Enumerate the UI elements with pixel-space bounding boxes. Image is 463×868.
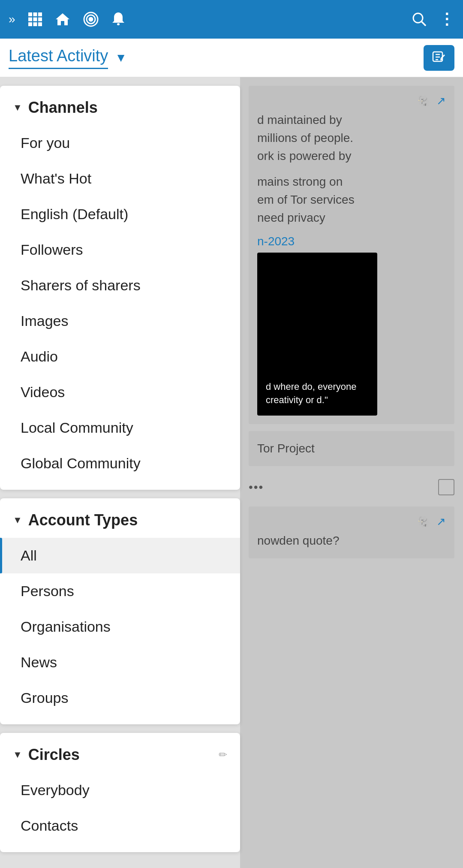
more-dots-icon[interactable]: ••• (249, 480, 264, 494)
channel-item-english[interactable]: English (Default) (0, 196, 240, 232)
channels-menu: For you What's Hot English (Default) Fol… (0, 125, 240, 481)
channel-item-followers[interactable]: Followers (0, 232, 240, 268)
bg-card1-text5: em of Tor services (257, 191, 446, 209)
tab-left: Latest Activity ▼ (9, 47, 127, 69)
search-icon[interactable] (412, 12, 427, 27)
topbar-left: » (9, 12, 125, 27)
bg-card1-text4: mains strong on (257, 173, 446, 191)
more-vert-icon[interactable]: ⋮ (439, 10, 454, 28)
svg-rect-0 (28, 12, 32, 16)
account-type-news[interactable]: News (0, 645, 240, 680)
dropdown-panel: ▼ Channels For you What's Hot English (D… (0, 77, 240, 868)
svg-rect-13 (117, 23, 120, 25)
svg-marker-9 (56, 13, 69, 25)
target-icon[interactable] (83, 12, 99, 27)
svg-rect-5 (38, 18, 42, 21)
tabsbar: Latest Activity ▼ (0, 39, 463, 77)
background-content: 🐘 ↗ d maintained by millions of people. … (240, 77, 463, 868)
account-types-header: ▼ Account Types (0, 511, 240, 538)
svg-rect-4 (33, 18, 37, 21)
account-types-menu: All Persons Organisations News Groups (0, 538, 240, 716)
svg-line-15 (421, 21, 426, 26)
mastodon-icon-2: 🐘 (418, 515, 431, 528)
circles-edit-icon[interactable]: ✏ (219, 749, 227, 761)
topbar: » (0, 0, 463, 39)
svg-point-12 (89, 18, 93, 21)
bg-card-2: Tor Project (249, 431, 454, 466)
bg-card2-tor-text: Tor Project (257, 440, 446, 458)
bell-icon[interactable] (111, 12, 125, 27)
chevron-right-icon[interactable]: » (9, 12, 15, 26)
account-type-groups[interactable]: Groups (0, 680, 240, 716)
home-icon[interactable] (55, 12, 70, 26)
svg-rect-3 (28, 18, 32, 21)
channel-item-for-you[interactable]: For you (0, 125, 240, 161)
bg-card1-text3: ork is powered by (257, 147, 446, 165)
external-link-icon-1[interactable]: ↗ (436, 94, 446, 108)
bg-card-1: 🐘 ↗ d maintained by millions of people. … (249, 86, 454, 424)
main-layout: ▼ Channels For you What's Hot English (D… (0, 77, 463, 868)
channel-item-local-community[interactable]: Local Community (0, 410, 240, 446)
circle-item-everybody[interactable]: Everybody (0, 772, 240, 808)
circles-section: ▼ Circles ✏ Everybody Contacts (0, 733, 240, 852)
bottom-action-row: ••• (249, 475, 454, 500)
channel-item-videos[interactable]: Videos (0, 374, 240, 410)
compose-button[interactable] (424, 45, 454, 71)
account-types-section: ▼ Account Types All Persons Organisation… (0, 498, 240, 724)
grid-icon[interactable] (28, 12, 42, 26)
bg-card1-text6: need privacy (257, 209, 446, 227)
bg-card1-image-text: d where do, everyone creativity or d." (266, 380, 369, 407)
tab-chevron-icon[interactable]: ▼ (115, 51, 127, 65)
circle-item-contacts[interactable]: Contacts (0, 808, 240, 844)
svg-rect-6 (28, 22, 32, 26)
mastodon-icon: 🐘 (418, 94, 431, 108)
bg-card3-text: nowden quote? (257, 532, 446, 550)
bg-card-3: 🐘 ↗ nowden quote? (249, 506, 454, 558)
account-types-title: Account Types (28, 511, 138, 529)
bg-card1-link[interactable]: n-2023 (257, 235, 295, 248)
bg-card1-text2: millions of people. (257, 129, 446, 147)
account-types-arrow-icon: ▼ (13, 515, 22, 526)
circles-header: ▼ Circles ✏ (0, 746, 240, 772)
svg-rect-2 (38, 12, 42, 16)
channels-header: ▼ Channels (0, 99, 240, 125)
channels-arrow-icon: ▼ (13, 102, 22, 113)
circles-arrow-icon: ▼ (13, 749, 22, 760)
checkbox-empty[interactable] (438, 479, 454, 495)
circles-title: Circles (28, 746, 80, 764)
account-type-organisations[interactable]: Organisations (0, 609, 240, 645)
channel-item-global-community[interactable]: Global Community (0, 446, 240, 481)
external-link-icon-2[interactable]: ↗ (436, 515, 446, 528)
channel-item-whats-hot[interactable]: What's Hot (0, 161, 240, 196)
account-type-all[interactable]: All (0, 538, 240, 573)
channels-title: Channels (28, 99, 98, 117)
channel-item-sharers[interactable]: Sharers of sharers (0, 268, 240, 303)
circles-menu: Everybody Contacts (0, 772, 240, 844)
svg-rect-1 (33, 12, 37, 16)
channel-item-audio[interactable]: Audio (0, 339, 240, 374)
bg-card1-text1: d maintained by (257, 111, 446, 129)
latest-activity-tab[interactable]: Latest Activity (9, 47, 108, 69)
account-type-persons[interactable]: Persons (0, 573, 240, 609)
svg-point-14 (413, 13, 423, 23)
topbar-right: ⋮ (412, 10, 454, 28)
channels-section: ▼ Channels For you What's Hot English (D… (0, 86, 240, 490)
svg-rect-7 (33, 22, 37, 26)
svg-rect-8 (38, 22, 42, 26)
bg-card1-black-image: d where do, everyone creativity or d." (257, 253, 377, 416)
channel-item-images[interactable]: Images (0, 303, 240, 339)
